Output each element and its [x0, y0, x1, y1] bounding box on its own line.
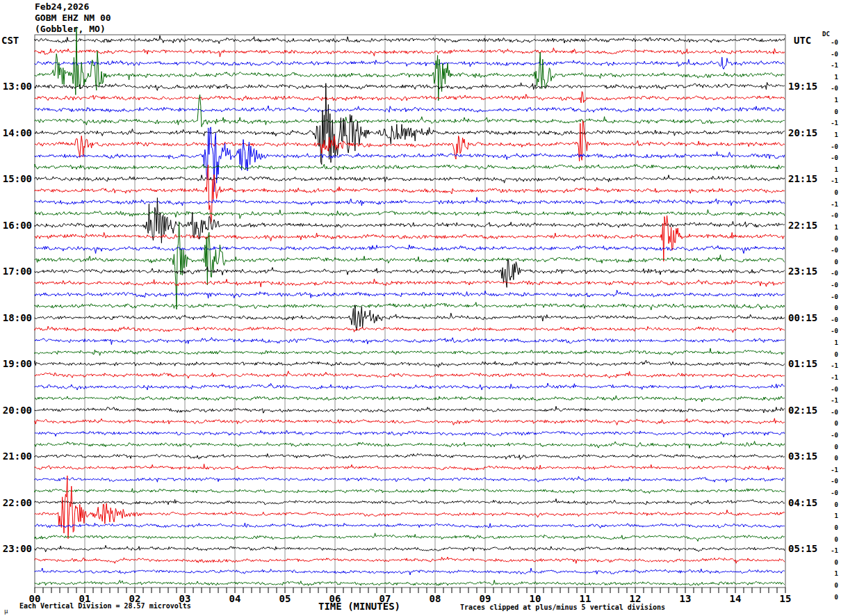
dc-offset-value: -1 [819, 362, 838, 369]
x-axis-tick-label: 05 [275, 593, 295, 604]
time-label-utc: 22:15 [788, 220, 817, 230]
time-label-cst: 21:00 [0, 451, 32, 461]
dc-offset-value: -0 [819, 489, 838, 496]
time-label-cst: 18:00 [0, 313, 32, 323]
dc-offset-value: -0 [819, 282, 838, 289]
seismogram-trace-row-46 [35, 568, 785, 575]
seismogram-trace-row-32 [35, 406, 785, 413]
x-axis-title: TIME (MINUTES) [318, 601, 400, 612]
time-label-cst: 23:00 [0, 544, 32, 553]
time-label-cst: 20:00 [0, 405, 32, 415]
dc-offset-value: -0 [819, 85, 838, 92]
seismogram-trace-row-34 [35, 430, 785, 437]
dc-offset-value: -0 [819, 39, 838, 46]
x-axis-tick-label: 10 [525, 593, 546, 604]
dc-offset-value: 0 [819, 524, 838, 531]
seismogram-trace-row-15 [35, 210, 785, 219]
time-label-utc: 00:15 [788, 313, 817, 323]
seismogram-trace-row-22 [35, 290, 785, 298]
dc-offset-value: 0 [819, 455, 838, 462]
dc-offset-label: DC [822, 31, 830, 38]
dc-offset-value: 1 [819, 166, 838, 173]
dc-offset-value: -1 [819, 547, 838, 554]
seismogram-trace-row-26 [35, 337, 785, 344]
footer-scale-note: Each Vertical Division = 28.57 microvolt… [19, 602, 191, 610]
dc-offset-value: -1 [819, 62, 838, 69]
dc-offset-value: 1 [819, 570, 838, 577]
time-label-cst: 13:00 [0, 81, 32, 91]
seismogram-trace-row-6 [35, 106, 785, 112]
seismogram-trace-row-41 [35, 476, 785, 538]
dc-offset-value: 0 [819, 420, 838, 427]
helicorder-page: Feb24,2026 GOBM EHZ NM 00 (Gobbler, MO) … [0, 0, 841, 616]
dc-offset-value: 0 [819, 536, 838, 543]
dc-offset-value: -0 [819, 270, 838, 277]
dc-offset-value: -0 [819, 327, 838, 334]
seismogram-trace-row-10 [35, 127, 785, 192]
dc-offset-value: -0 [819, 154, 838, 161]
time-label-cst: 14:00 [0, 128, 32, 138]
dc-offset-value: 0 [819, 501, 838, 508]
seismogram-trace-row-7 [35, 95, 785, 127]
time-label-utc: 04:15 [788, 498, 817, 508]
dc-offset-value: 0 [819, 108, 838, 115]
dc-offset-value: 0 [819, 559, 838, 566]
seismogram-trace-row-38 [35, 476, 785, 482]
dc-offset-value: 0 [819, 594, 838, 601]
dc-offset-value: -0 [819, 432, 838, 439]
seismogram-trace-row-2 [35, 57, 785, 69]
time-label-utc: 02:15 [788, 405, 817, 415]
left-timezone-label: CST [1, 35, 19, 46]
seismogram-trace-row-16 [35, 198, 785, 243]
time-label-cst: 15:00 [0, 174, 32, 184]
seismogram-trace-row-33 [35, 419, 785, 425]
header-date: Feb24,2026 [35, 1, 111, 13]
time-label-cst: 17:00 [0, 266, 32, 276]
time-label-utc: 05:15 [788, 544, 817, 553]
seismogram-trace-row-40 [35, 499, 785, 505]
x-axis-tick-label: 08 [425, 593, 446, 604]
dc-offset-value: 0 [819, 444, 838, 451]
dc-offset-value: 1 [819, 97, 838, 104]
time-label-utc: 21:15 [788, 174, 817, 184]
dc-offset-value: -0 [819, 143, 838, 150]
footer-clip-note: Traces clipped at plus/minus 5 vertical … [460, 603, 665, 611]
seismogram-trace-row-47 [35, 580, 785, 585]
seismogram-trace-row-43 [35, 533, 785, 542]
header-location: (Gobbler, MO) [35, 24, 111, 35]
seismogram-trace-row-29 [35, 371, 785, 378]
seismogram-plot [0, 0, 841, 616]
x-axis-ticks [35, 587, 785, 593]
seismogram-trace-row-37 [35, 464, 785, 470]
time-label-utc: 20:15 [788, 128, 817, 138]
dc-offset-value: -1 [819, 177, 838, 184]
dc-offset-value: 1 [819, 74, 838, 81]
time-label-utc: 03:15 [788, 451, 817, 461]
dc-offset-value: -1 [819, 374, 838, 381]
seismogram-trace-row-45 [35, 557, 785, 563]
dc-offset-value: -0 [819, 386, 838, 393]
dc-offset-value: -0 [819, 478, 838, 485]
x-axis-tick-label: 13 [675, 593, 696, 604]
dc-offset-value: -0 [819, 409, 838, 416]
seismogram-trace-row-13 [35, 165, 785, 224]
time-label-utc: 19:15 [788, 81, 817, 91]
time-label-utc: 01:15 [788, 359, 817, 368]
time-label-cst: 19:00 [0, 359, 32, 368]
seismogram-trace-row-31 [35, 396, 785, 402]
plot-frame [35, 35, 785, 587]
dc-offset-value: -0 [819, 247, 838, 254]
time-label-cst: 16:00 [0, 220, 32, 230]
seismogram-trace-row-0 [35, 35, 785, 44]
seismogram-trace-row-21 [35, 279, 785, 287]
seismogram-trace-row-27 [35, 348, 785, 355]
seismogram-trace-row-44 [35, 545, 785, 552]
seismogram-trace-row-4 [35, 83, 785, 91]
dc-offset-value: 0 [819, 259, 838, 266]
seismogram-trace-row-42 [35, 523, 785, 528]
x-axis-tick-label: 11 [575, 593, 596, 604]
time-label-utc: 23:15 [788, 266, 817, 276]
seismogram-trace-row-8 [35, 83, 785, 165]
seismogram-trace-row-1 [35, 48, 785, 57]
dc-offset-value: 0 [819, 351, 838, 358]
